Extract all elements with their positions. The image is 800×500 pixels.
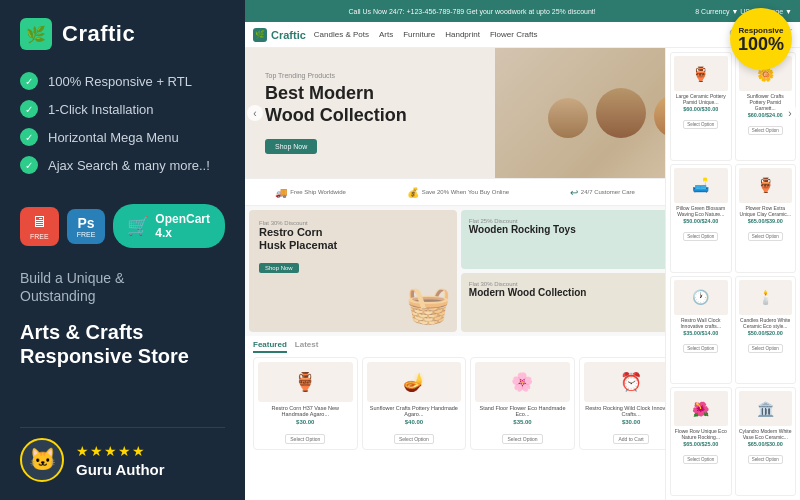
feature-bar-item-2: 💰 Save 20% When You Buy Online	[407, 187, 509, 198]
candle-2	[596, 88, 646, 138]
feature-item-2: ✓ 1-Click Installation	[20, 100, 225, 118]
banner-left-image: 🧺	[406, 284, 451, 326]
store-type: Arts & Crafts Responsive Store	[20, 320, 225, 368]
rp-card-0: 🏺 Large Ceramic Pottery Pamid Unique... …	[670, 52, 732, 161]
rp-btn-6[interactable]: Select Option	[683, 455, 718, 464]
rp-btn-0[interactable]: Select Option	[683, 120, 718, 129]
rp-btn-1[interactable]: Select Option	[748, 126, 783, 135]
nav-logo: 🌿 Craftic	[253, 28, 306, 42]
rp-name-6: Flowe Row Unique Eco Nature Rocking...	[674, 428, 728, 440]
promo-text: Call Us Now 24/7: +123-456-789-789 Get y…	[253, 8, 691, 15]
rp-price-7: $65.00/$30.00	[739, 441, 793, 447]
badge-ps: Ps FREE	[67, 209, 106, 244]
sidebar: 🌿 Craftic ✓ 100% Responsive + RTL ✓ 1-Cl…	[0, 0, 245, 500]
rp-name-7: Cylandro Modern White Vase Eco Ceramic..…	[739, 428, 793, 440]
check-icon-2: ✓	[20, 100, 38, 118]
slider-arrow-left[interactable]: ‹	[247, 105, 263, 121]
browser-topbar: Call Us Now 24/7: +123-456-789-789 Get y…	[245, 0, 800, 22]
slider-arrow-right[interactable]: ›	[782, 105, 798, 121]
hero-left: Top Trending Products Best Modern Wood C…	[245, 56, 427, 169]
badge-opencart: 🛒 OpenCart 4.x	[113, 204, 225, 248]
nav-link-furniture[interactable]: Furniture	[403, 30, 435, 39]
rp-price-2: $50.00/$24.00	[674, 218, 728, 224]
right-panel: 🏺 Large Ceramic Pottery Pamid Unique... …	[665, 48, 800, 500]
nav-logo-icon: 🌿	[253, 28, 267, 42]
rp-price-0: $60.00/$30.00	[674, 106, 728, 112]
tab-featured[interactable]: Featured	[253, 340, 287, 353]
rp-name-2: Pillow Green Blossam Waving Eco Nature..…	[674, 205, 728, 217]
monitor-icon: 🖥	[31, 213, 47, 231]
product-name-0: Restro Corn H37 Vase New Handmade Agaro.…	[258, 405, 353, 417]
nav-link-handprint[interactable]: Handprint	[445, 30, 480, 39]
browser-navbar: 🌿 Craftic Candles & Pots Arts Furniture …	[245, 22, 800, 48]
rp-card-6: 🌺 Flowe Row Unique Eco Nature Rocking...…	[670, 387, 732, 496]
product-image-2: 🌸	[475, 362, 570, 402]
rp-price-6: $65.00/$25.00	[674, 441, 728, 447]
product-btn-0[interactable]: Select Option	[285, 434, 325, 444]
feature-item-4: ✓ Ajax Search & many more..!	[20, 156, 225, 174]
product-image-1: 🪔	[367, 362, 462, 402]
product-card-0: 🏺 Restro Corn H37 Vase New Handmade Agar…	[253, 357, 358, 450]
author-avatar: 🐱	[20, 438, 64, 482]
rp-image-7: 🏛️	[739, 391, 793, 426]
rp-card-5: 🕯️ Candles Rudero White Ceramic Eco styl…	[735, 276, 797, 385]
banner-left: Flat 30% Discount Restro Corn Husk Place…	[249, 210, 457, 332]
logo-text: Craftic	[62, 21, 135, 47]
check-icon-4: ✓	[20, 156, 38, 174]
responsive-badge: Responsive 100%	[730, 8, 792, 70]
rp-btn-7[interactable]: Select Option	[748, 455, 783, 464]
main-container: 🌿 Craftic ✓ 100% Responsive + RTL ✓ 1-Cl…	[0, 0, 800, 500]
features-list: ✓ 100% Responsive + RTL ✓ 1-Click Instal…	[20, 72, 225, 184]
nav-links: Candles & Pots Arts Furniture Handprint …	[314, 30, 721, 39]
feature-bar-item-3: ↩ 24/7 Customer Care	[570, 187, 635, 198]
rp-card-3: 🏺 Plower Row Extra Unique Clay Ceramic..…	[735, 164, 797, 273]
rp-name-0: Large Ceramic Pottery Pamid Unique...	[674, 93, 728, 105]
nav-link-candles[interactable]: Candles & Pots	[314, 30, 369, 39]
hero-shop-now-button[interactable]: Shop Now	[265, 139, 317, 154]
support-icon: ↩	[570, 187, 578, 198]
rp-image-3: 🏺	[739, 168, 793, 203]
product-name-1: Sunflower Crafts Pottery Handmade Agaro.…	[367, 405, 462, 417]
tech-badges: 🖥 FREE Ps FREE 🛒 OpenCart 4.x	[20, 204, 225, 248]
author-avatar-icon: 🐱	[29, 447, 56, 473]
check-icon-3: ✓	[20, 128, 38, 146]
tab-latest[interactable]: Latest	[295, 340, 319, 353]
hero-title: Best Modern Wood Collection	[265, 83, 407, 126]
candle-1	[548, 98, 588, 138]
feature-item-3: ✓ Horizontal Mega Menu	[20, 128, 225, 146]
badge-monitor: 🖥 FREE	[20, 207, 59, 246]
rp-price-5: $50.00/$20.00	[739, 330, 793, 336]
rp-name-5: Candles Rudero White Ceramic Eco style..…	[739, 317, 793, 329]
author-info: ★★★★★ Guru Author	[76, 443, 165, 478]
hero-subtitle: Top Trending Products	[265, 72, 407, 79]
rp-btn-3[interactable]: Select Option	[748, 232, 783, 241]
feature-bar-item-1: 🚚 Free Ship Worldwide	[275, 187, 346, 198]
product-btn-2[interactable]: Select Option	[502, 434, 542, 444]
banner-left-title: Restro Corn Husk Placemat	[259, 226, 447, 252]
rp-price-4: $35.00/$14.00	[674, 330, 728, 336]
rp-btn-2[interactable]: Select Option	[683, 232, 718, 241]
preview-browser: Call Us Now 24/7: +123-456-789-789 Get y…	[245, 0, 800, 500]
rp-btn-5[interactable]: Select Option	[748, 344, 783, 353]
nav-link-arts[interactable]: Arts	[379, 30, 393, 39]
rp-name-3: Plower Row Extra Unique Clay Ceramic...	[739, 205, 793, 217]
product-price-0: $30.00	[258, 419, 353, 425]
rp-card-4: 🕐 Restro Wall Clock Innovative crafts...…	[670, 276, 732, 385]
preview-area: Responsive 100% Call Us Now 24/7: +123-4…	[245, 0, 800, 500]
tagline: Build a Unique & Outstanding	[20, 270, 225, 304]
product-card-1: 🪔 Sunflower Crafts Pottery Handmade Agar…	[362, 357, 467, 450]
rp-image-5: 🕯️	[739, 280, 793, 315]
product-btn-1[interactable]: Select Option	[394, 434, 434, 444]
banner-left-btn[interactable]: Shop Now	[259, 263, 299, 273]
rp-image-4: 🕐	[674, 280, 728, 315]
rp-card-2: 🛋️ Pillow Green Blossam Waving Eco Natur…	[670, 164, 732, 273]
product-btn-3[interactable]: Add to Cart	[613, 434, 648, 444]
rp-name-4: Restro Wall Clock Innovative crafts...	[674, 317, 728, 329]
rp-btn-4[interactable]: Select Option	[683, 344, 718, 353]
nav-link-flower[interactable]: Flower Crafts	[490, 30, 538, 39]
rp-image-6: 🌺	[674, 391, 728, 426]
product-name-2: Stand Floor Flower Eco Handmade Eco...	[475, 405, 570, 417]
author-stars: ★★★★★	[76, 443, 165, 459]
author-name: Guru Author	[76, 461, 165, 478]
logo-area: 🌿 Craftic	[20, 18, 225, 50]
